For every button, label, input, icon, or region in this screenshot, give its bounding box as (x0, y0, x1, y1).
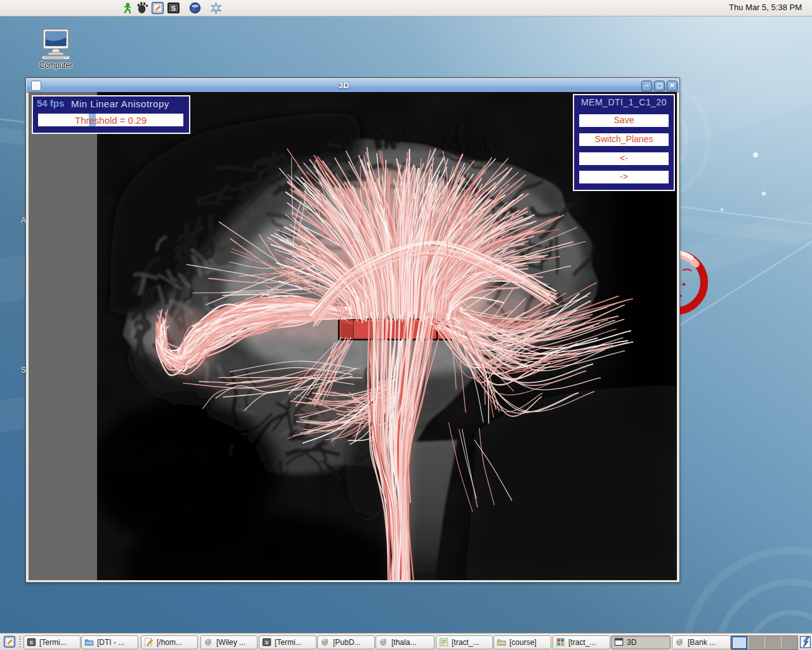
svg-text:S: S (265, 640, 268, 646)
svg-text:S: S (30, 640, 33, 646)
svg-text:S: S (171, 4, 176, 12)
